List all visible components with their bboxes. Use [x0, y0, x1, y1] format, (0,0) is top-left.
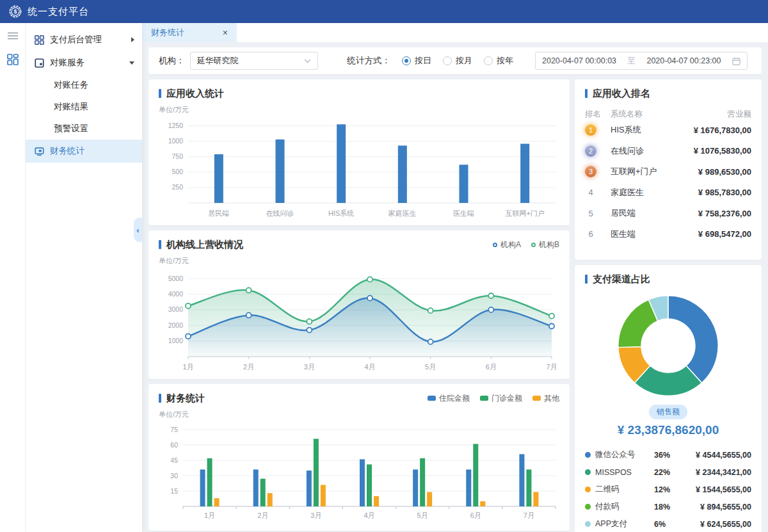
page-content: 机构： 延华研究院 统计方式： 按日: [142, 42, 768, 532]
date-separator: 至: [628, 56, 636, 67]
legend-label: 门诊金额: [492, 393, 522, 404]
apps-grid-icon[interactable]: [7, 54, 19, 65]
radio-icon: [484, 56, 493, 65]
legend-outpatient[interactable]: 门诊金额: [480, 393, 522, 404]
channel-percent: 18%: [654, 503, 684, 512]
unit-label: 单位/万元: [159, 256, 559, 266]
legend-dot-icon: [585, 504, 591, 510]
legend-org-a[interactable]: 机构A: [493, 239, 521, 250]
legend-label: 机构A: [500, 239, 521, 250]
system-name: 家庭医生: [611, 187, 698, 198]
channel-percent: 12%: [654, 485, 684, 494]
sidebar: 支付后台管理 对账服务 对账任务 对账结果 预警设置: [26, 23, 142, 532]
rank-number: 6: [585, 229, 596, 239]
date-end-value: 2020-04-07 00:23:00: [646, 56, 721, 65]
svg-text:500: 500: [172, 168, 183, 175]
sidebar-item-label: 财务统计: [50, 145, 84, 157]
sidebar-item-recon-results[interactable]: 对账结果: [26, 96, 142, 118]
sidebar-item-reconciliation[interactable]: 对账服务: [26, 51, 142, 74]
legend-rect-icon: [480, 396, 488, 401]
sidebar-item-payment-admin[interactable]: 支付后台管理: [26, 28, 142, 51]
sidebar-collapse-handle[interactable]: ‹: [134, 218, 142, 242]
ledger-icon: [35, 58, 44, 68]
title-marker: [159, 240, 161, 249]
app-revenue-bar-chart[interactable]: 25050075010001250居民端在线问诊HIS系统家庭医生医生端互联网+…: [159, 116, 559, 221]
svg-text:250: 250: [172, 183, 183, 191]
org-select[interactable]: 延华研究院: [190, 52, 318, 70]
title-marker: [159, 89, 161, 98]
legend-org-b[interactable]: 机构B: [531, 239, 559, 250]
date-start-value: 2020-04-07 00:00:03: [542, 56, 616, 65]
svg-text:4月: 4月: [364, 512, 374, 519]
radio-icon: [402, 56, 411, 65]
svg-text:$: $: [13, 8, 17, 15]
stat-mode-label: 统计方式：: [348, 55, 391, 67]
radio-label: 按年: [497, 55, 513, 67]
title-marker: [585, 275, 588, 284]
org-label: 机构：: [159, 55, 185, 67]
svg-text:3月: 3月: [310, 512, 321, 519]
legend-dot-icon: [585, 487, 591, 492]
sidebar-item-recon-tasks[interactable]: 对账任务: [26, 74, 142, 96]
list-item: 二维码 12% ¥ 1544,5655,00: [585, 481, 751, 498]
channel-percent: 36%: [654, 451, 684, 460]
calendar-icon[interactable]: [732, 57, 740, 65]
radio-by-year[interactable]: 按年: [484, 55, 513, 67]
channel-amount: ¥ 2344,3421,00: [684, 468, 751, 477]
unit-label: 单位/万元: [159, 105, 559, 115]
card-title: 支付渠道占比: [593, 273, 650, 286]
list-item: 付款码 18% ¥ 894,5655,00: [585, 498, 751, 515]
tab-finance-stats[interactable]: 财务统计 ×: [142, 23, 237, 42]
svg-text:1250: 1250: [168, 122, 184, 129]
sidebar-item-finance-stats[interactable]: 财务统计: [26, 140, 142, 163]
card-title: 财务统计: [166, 392, 205, 405]
list-item: APP支付 6% ¥ 624,5655,00: [585, 515, 751, 532]
hamburger-menu-icon[interactable]: [8, 32, 18, 40]
channel-name: 二维码: [595, 484, 654, 495]
channel-amount: ¥ 894,5655,00: [684, 503, 751, 512]
channel-name: 付款码: [595, 501, 654, 512]
legend-dot-icon: [585, 452, 591, 458]
svg-text:15: 15: [170, 487, 178, 495]
svg-text:居民端: 居民端: [208, 209, 229, 217]
legend-ring-icon: [531, 243, 536, 247]
revenue-amount: ¥ 1076,5830,00: [694, 146, 751, 156]
legend-inpatient[interactable]: 住院金额: [428, 393, 470, 404]
radio-by-day[interactable]: 按日: [402, 55, 431, 67]
radio-by-month[interactable]: 按月: [443, 55, 472, 67]
card-pay-channel: 支付渠道占比 销售额 ¥ 23,3876,8620,00: [575, 265, 762, 532]
sidebar-item-label: 支付后台管理: [50, 34, 102, 45]
card-app-ranking: 应用收入排名 排名 系统名称 营业额 1 HIS系统 ¥ 1676,7830,0…: [575, 79, 762, 260]
app-title: 统一支付平台: [28, 6, 89, 18]
svg-text:750: 750: [172, 152, 183, 160]
report-icon: [35, 147, 44, 156]
icon-rail: [0, 23, 26, 532]
card-finance-stats: 财务统计 住院金额 门诊金额: [148, 384, 570, 531]
sidebar-item-alert-settings[interactable]: 预警设置: [26, 118, 142, 140]
legend-other[interactable]: 其他: [532, 393, 559, 404]
date-range-input[interactable]: 2020-04-07 00:00:03 至 2020-04-07 00:23:0…: [535, 52, 748, 70]
svg-text:1月: 1月: [182, 363, 193, 371]
card-app-revenue: 应用收入统计 单位/万元 25050075010001250居民端在线问诊HIS…: [148, 79, 570, 225]
ranking-header-row: 排名 系统名称 营业额: [585, 109, 751, 120]
svg-text:3月: 3月: [304, 363, 315, 371]
rank-number: 4: [585, 188, 596, 197]
pay-channel-donut-chart[interactable]: [613, 291, 723, 401]
finance-grouped-bar-chart[interactable]: 15304560751月2月3月4月5月6月7月: [159, 421, 559, 523]
title-marker: [159, 394, 161, 403]
system-name: 在线问诊: [611, 145, 694, 157]
channel-amount: ¥ 1544,5655,00: [684, 485, 751, 494]
chevron-down-icon: [304, 59, 311, 63]
legend-label: 机构B: [539, 239, 559, 250]
system-name: 医生端: [611, 229, 698, 240]
channel-percent: 6%: [654, 520, 684, 529]
org-revenue-line-chart[interactable]: 100020003000400050001月2月3月4月5月6月7月: [159, 267, 559, 375]
svg-text:5月: 5月: [425, 363, 436, 371]
channel-amount: ¥ 4544,5655,00: [684, 451, 751, 460]
close-icon[interactable]: ×: [223, 28, 228, 38]
legend-ring-icon: [493, 243, 497, 247]
radio-label: 按日: [415, 55, 431, 67]
radio-label: 按月: [456, 55, 472, 67]
revenue-amount: ¥ 698,5472,00: [698, 229, 751, 239]
system-name: 居民端: [611, 207, 698, 219]
